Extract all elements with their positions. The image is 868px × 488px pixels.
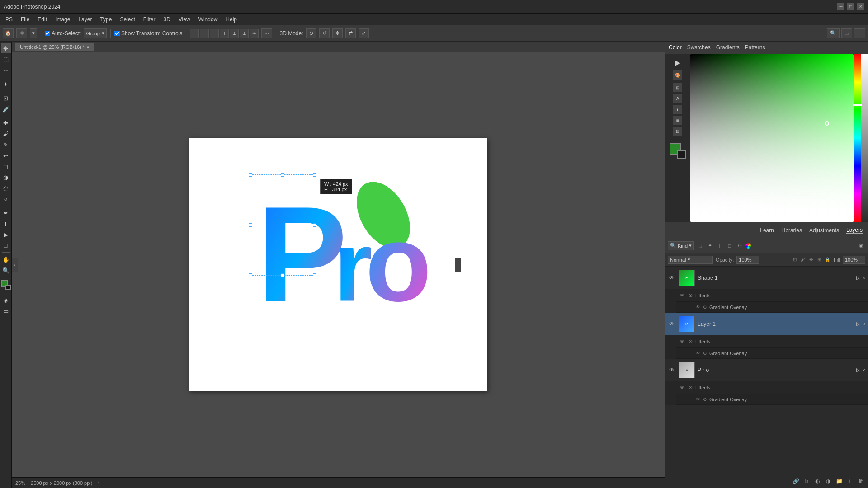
filter-smart-btn[interactable]: ⊙	[736, 242, 744, 250]
effects-eye-layer1[interactable]: 👁	[679, 338, 686, 345]
3d-orbit-btn[interactable]: ⊙	[306, 28, 316, 38]
menu-ps[interactable]: PS	[2, 15, 16, 23]
status-arrow[interactable]: ›	[98, 480, 99, 486]
menu-layer[interactable]: Layer	[75, 15, 95, 23]
move-tool-dropdown[interactable]: ▾	[30, 28, 37, 38]
align-left-btn[interactable]: ⊣	[190, 29, 199, 38]
blur-tool[interactable]: ◌	[1, 183, 11, 193]
handle-top-right[interactable]	[313, 173, 316, 177]
align-top-btn[interactable]: ⊤	[220, 29, 229, 38]
move-tool[interactable]: ✥	[1, 43, 11, 53]
doc-tab-item[interactable]: Untitled-1 @ 25% (RGB/16) * ×	[15, 43, 94, 51]
opacity-input[interactable]	[736, 256, 759, 264]
lock-paint-btn[interactable]: 🖌	[799, 256, 807, 263]
search-button[interactable]: 🔍	[827, 28, 840, 38]
play-button[interactable]: ▶	[673, 58, 682, 67]
new-layer-btn[interactable]: +	[845, 477, 854, 486]
more-options-btn[interactable]: ···	[261, 28, 272, 38]
3d-slide-btn[interactable]: ⇄	[345, 28, 356, 38]
visibility-pro[interactable]: 👁	[668, 366, 676, 374]
layer-item-shape1[interactable]: 👁 P Shape 1 fx ×	[665, 267, 868, 289]
history-brush-tool[interactable]: ↩	[1, 150, 11, 160]
eyedropper-tool[interactable]: 💉	[1, 104, 11, 114]
healing-tool[interactable]: ✚	[1, 118, 11, 128]
filter-toggle-btn[interactable]: ◉	[857, 242, 865, 250]
distribute-h-btn[interactable]: ⇹	[250, 29, 259, 38]
dodge-tool[interactable]: ○	[1, 194, 11, 204]
handle-top-mid[interactable]	[281, 173, 284, 177]
handle-mid-left[interactable]	[249, 223, 252, 227]
expand-btn[interactable]: ⋯	[854, 28, 865, 38]
color-gradient-map[interactable]	[690, 54, 854, 222]
panel-icon-5[interactable]: ⊟	[673, 127, 682, 136]
path-select-tool[interactable]: ▶	[1, 230, 11, 239]
tab-layers[interactable]: Layers	[846, 227, 863, 234]
3d-pan-btn[interactable]: ✥	[332, 28, 343, 38]
effects-eye-shape1[interactable]: 👁	[679, 292, 686, 299]
home-button[interactable]: 🏠	[3, 28, 14, 38]
menu-filter[interactable]: Filter	[140, 15, 159, 23]
lock-transparent-btn[interactable]: ⊡	[791, 256, 798, 263]
close-button[interactable]: ✕	[857, 3, 864, 10]
background-swatch[interactable]	[677, 150, 686, 159]
alpha-bar[interactable]	[861, 54, 868, 222]
color-swatches[interactable]	[1, 280, 11, 290]
effects-eye-pro[interactable]: 👁	[679, 384, 686, 391]
hand-tool[interactable]: ✋	[1, 254, 11, 264]
align-center-v-btn[interactable]: ⊥	[230, 29, 239, 38]
handle-top-left[interactable]	[249, 173, 252, 177]
crop-tool[interactable]: ⊡	[1, 93, 11, 103]
workspace-btn[interactable]: ▭	[841, 28, 852, 38]
color-picker-btn[interactable]: 🎨	[673, 70, 682, 80]
color-filter-circle[interactable]	[745, 243, 751, 249]
menu-edit[interactable]: Edit	[34, 15, 51, 23]
tab-color[interactable]: Color	[669, 43, 682, 52]
sub-eye-shape1[interactable]: 👁	[696, 305, 700, 310]
layer-item-pro[interactable]: 👁 ◈ P r o fx ×	[665, 359, 868, 381]
panel-icon-4[interactable]: ≡	[673, 116, 682, 125]
shape-tool[interactable]: □	[1, 240, 11, 250]
auto-select-dropdown[interactable]: Group ▾	[84, 28, 107, 38]
screen-mode-btn[interactable]: ▭	[1, 306, 11, 316]
lock-all-btn[interactable]: 🔒	[824, 256, 831, 263]
visibility-shape1[interactable]: 👁	[668, 274, 676, 282]
panel-icon-3[interactable]: ℹ	[673, 105, 682, 114]
menu-view[interactable]: View	[175, 15, 194, 23]
fx-close-shape1[interactable]: ×	[863, 275, 865, 281]
menu-image[interactable]: Image	[52, 15, 74, 23]
3d-scale-btn[interactable]: ⤢	[359, 28, 369, 38]
marquee-tool[interactable]: ⬚	[1, 54, 11, 64]
filter-shape-btn[interactable]: □	[726, 242, 734, 250]
align-center-h-btn[interactable]: ⊢	[200, 29, 209, 38]
tab-gradients[interactable]: Gradients	[716, 43, 740, 52]
panel-icon-2[interactable]: Δ	[673, 94, 682, 103]
move-tool-btn[interactable]: ✥	[16, 28, 27, 38]
layer-item-layer1[interactable]: 👁 P Layer 1 fx ×	[665, 313, 868, 335]
fx-label-shape1[interactable]: fx	[856, 275, 860, 281]
layer-style-btn[interactable]: fx	[802, 477, 811, 486]
menu-type[interactable]: Type	[96, 15, 115, 23]
lasso-tool[interactable]: ⌒	[1, 68, 11, 78]
lock-artboard-btn[interactable]: ⊞	[816, 256, 823, 263]
filter-type-btn[interactable]: T	[716, 242, 724, 250]
fx-label-layer1[interactable]: fx	[856, 321, 860, 327]
auto-select-checkbox[interactable]	[45, 31, 50, 36]
filter-pixel-btn[interactable]: ⬚	[696, 242, 704, 250]
add-mask-btn[interactable]: ◐	[813, 477, 822, 486]
handle-bot-left[interactable]	[249, 273, 252, 277]
background-color[interactable]	[5, 285, 11, 290]
fx-close-pro[interactable]: ×	[863, 367, 865, 373]
fill-input[interactable]	[843, 256, 865, 264]
add-adjustment-btn[interactable]: ◑	[824, 477, 833, 486]
menu-file[interactable]: File	[17, 15, 33, 23]
tab-libraries[interactable]: Libraries	[781, 227, 802, 234]
filter-kind-dropdown[interactable]: 🔍 Kind ▾	[668, 241, 694, 250]
visibility-layer1[interactable]: 👁	[668, 320, 676, 328]
delete-layer-btn[interactable]: 🗑	[856, 477, 865, 486]
doc-tab-close-btn[interactable]: ×	[86, 44, 89, 50]
tab-swatches[interactable]: Swatches	[687, 43, 711, 52]
gradient-tool[interactable]: ◑	[1, 172, 11, 182]
clone-tool[interactable]: ✎	[1, 140, 11, 150]
maximize-button[interactable]: □	[847, 3, 854, 10]
sub-eye-layer1[interactable]: 👁	[696, 351, 700, 356]
